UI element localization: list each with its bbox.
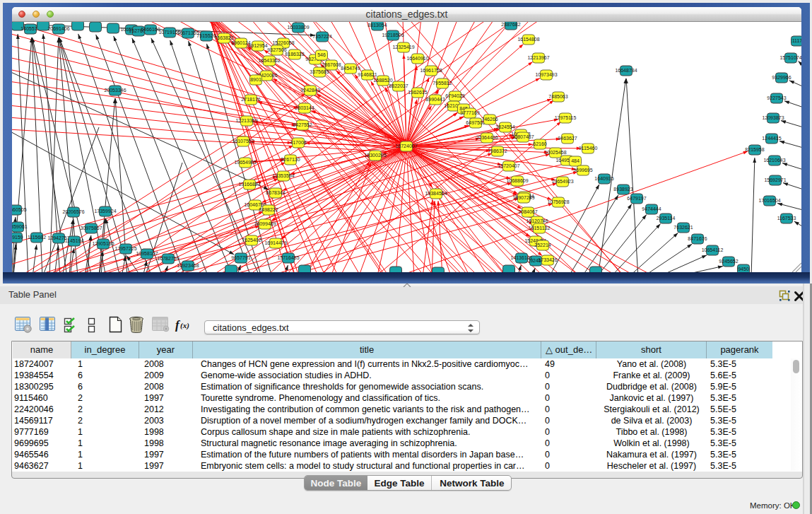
- svg-text:12093873: 12093873: [762, 115, 784, 120]
- svg-text:9227543: 9227543: [767, 95, 786, 100]
- svg-text:9327506: 9327506: [267, 47, 286, 52]
- svg-text:16154808: 16154808: [517, 37, 539, 42]
- svg-text:10973493: 10973493: [535, 72, 557, 77]
- svg-text:484: 484: [571, 158, 579, 163]
- svg-text:12213967: 12213967: [527, 55, 549, 60]
- svg-text:10807487: 10807487: [512, 134, 534, 139]
- svg-text:9777169: 9777169: [460, 110, 479, 115]
- svg-text:8427552: 8427552: [293, 122, 312, 127]
- svg-text:16782759: 16782759: [157, 256, 179, 261]
- svg-text:7955812: 7955812: [433, 81, 452, 86]
- svg-text:546: 546: [317, 52, 326, 57]
- svg-text:19654985: 19654985: [234, 160, 256, 165]
- svg-text:16671355: 16671355: [177, 30, 199, 35]
- svg-text:16543362: 16543362: [258, 58, 280, 63]
- svg-text:16107552: 16107552: [232, 139, 254, 144]
- svg-text:17957225: 17957225: [114, 246, 136, 251]
- svg-text:8901: 8901: [250, 77, 261, 82]
- svg-text:18724007: 18724007: [395, 144, 417, 148]
- svg-text:8215958: 8215958: [745, 147, 764, 152]
- svg-text:16210643: 16210643: [763, 158, 785, 163]
- svg-text:9329966: 9329966: [772, 75, 791, 80]
- svg-text:16914479: 16914479: [264, 240, 286, 245]
- svg-text:62160: 62160: [533, 141, 547, 146]
- svg-text:6794028: 6794028: [445, 93, 464, 98]
- svg-text:7515526: 7515526: [196, 33, 216, 38]
- svg-text:13353594: 13353594: [272, 173, 294, 178]
- svg-text:12213369: 12213369: [235, 118, 257, 123]
- svg-text:20206576: 20206576: [62, 209, 84, 214]
- svg-text:17359924: 17359924: [94, 209, 116, 214]
- svg-text:18300295: 18300295: [364, 153, 386, 158]
- svg-text:2935114: 2935114: [657, 216, 676, 221]
- svg-text:9463627: 9463627: [558, 136, 577, 141]
- svg-text:15751074: 15751074: [779, 55, 801, 60]
- svg-text:7663822: 7663822: [214, 35, 233, 40]
- svg-text:417004: 417004: [290, 140, 306, 145]
- svg-text:8813054: 8813054: [367, 23, 387, 28]
- svg-text:12905185: 12905185: [92, 241, 114, 246]
- svg-text:1733426: 1733426: [538, 257, 557, 262]
- svg-text:19654923: 19654923: [551, 179, 573, 184]
- svg-text:7632621: 7632621: [673, 225, 693, 230]
- svg-text:8938923: 8938923: [613, 187, 632, 192]
- svg-text:8822037: 8822037: [389, 83, 408, 88]
- svg-text:8186328: 8186328: [285, 52, 304, 57]
- svg-text:9245652: 9245652: [719, 259, 738, 264]
- svg-text:6466160: 6466160: [141, 27, 160, 32]
- svg-text:16151132: 16151132: [529, 226, 551, 230]
- svg-text:8912954: 8912954: [248, 43, 267, 48]
- svg-text:(x): (x): [180, 321, 189, 330]
- svg-text:17975115: 17975115: [555, 115, 577, 120]
- svg-text:2887682: 2887682: [501, 22, 520, 27]
- svg-text:746266: 746266: [481, 117, 498, 122]
- svg-text:20691406: 20691406: [47, 26, 69, 31]
- svg-text:16648784: 16648784: [615, 68, 637, 73]
- svg-text:1117: 1117: [792, 38, 801, 43]
- svg-text:20053346: 20053346: [104, 88, 126, 93]
- svg-text:12325419: 12325419: [392, 45, 414, 49]
- svg-text:8678344: 8678344: [266, 190, 285, 195]
- svg-text:16120746: 16120746: [526, 218, 548, 223]
- svg-text:1640935: 1640935: [594, 176, 613, 181]
- svg-text:1145194: 1145194: [65, 238, 84, 243]
- svg-text:8498222: 8498222: [259, 207, 278, 212]
- svg-text:1115682: 1115682: [28, 235, 46, 240]
- svg-text:12923468: 12923468: [177, 263, 199, 268]
- svg-text:15692971: 15692971: [764, 177, 786, 182]
- svg-text:8471676: 8471676: [688, 236, 707, 241]
- svg-text:39159: 39159: [12, 235, 23, 240]
- svg-text:8454749: 8454749: [341, 66, 360, 71]
- svg-text:7357224: 7357224: [312, 34, 331, 39]
- svg-text:16640910: 16640910: [406, 56, 428, 61]
- svg-text:9115460: 9115460: [579, 146, 598, 151]
- svg-text:9699695: 9699695: [573, 168, 592, 173]
- svg-text:19166827: 19166827: [238, 182, 260, 187]
- svg-text:7625402: 7625402: [242, 238, 261, 243]
- svg-text:14099489: 14099489: [254, 221, 276, 226]
- svg-text:10654112: 10654112: [702, 247, 724, 252]
- svg-text:17016504: 17016504: [758, 198, 780, 203]
- svg-text:252214: 252214: [534, 243, 551, 247]
- svg-text:15226058: 15226058: [272, 40, 294, 45]
- svg-text:14136141: 14136141: [510, 255, 532, 260]
- svg-text:1588520: 1588520: [373, 78, 392, 83]
- svg-text:8990443: 8990443: [425, 97, 445, 102]
- svg-text:30975867: 30975867: [80, 226, 102, 230]
- svg-text:20364436: 20364436: [476, 135, 498, 140]
- svg-text:9657791: 9657791: [231, 255, 250, 260]
- svg-text:3824554: 3824554: [495, 124, 514, 129]
- svg-text:10688609: 10688609: [506, 178, 528, 183]
- svg-text:10025458: 10025458: [544, 150, 566, 155]
- svg-text:6479197: 6479197: [627, 196, 646, 201]
- svg-text:10958107: 10958107: [136, 251, 158, 256]
- svg-text:2867608: 2867608: [322, 62, 341, 67]
- svg-text:2718176: 2718176: [241, 97, 260, 102]
- svg-text:19218506: 19218506: [382, 33, 404, 37]
- svg-text:20660505: 20660505: [12, 207, 27, 212]
- svg-text:1167533: 1167533: [777, 216, 796, 221]
- svg-text:9242843: 9242843: [300, 88, 319, 93]
- svg-text:9450: 9450: [738, 267, 749, 271]
- svg-text:9146821: 9146821: [358, 72, 377, 77]
- svg-text:7986372: 7986372: [488, 148, 507, 153]
